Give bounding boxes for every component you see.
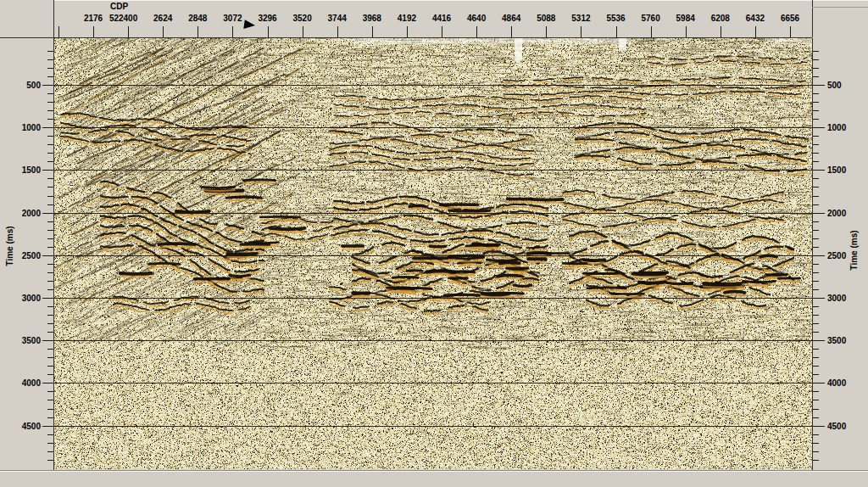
cdp-tick-label: 3744 — [328, 14, 347, 23]
time-major-tick — [813, 127, 825, 128]
time-tick-label: 4000 — [827, 378, 846, 388]
cdp-tick — [128, 26, 129, 37]
time-minor-tick — [813, 409, 819, 410]
cdp-tick — [407, 26, 408, 37]
time-minor-tick — [47, 409, 53, 410]
time-minor-tick — [813, 315, 819, 316]
cdp-tick — [198, 26, 198, 37]
cdp-cursor-arrow-icon[interactable] — [243, 20, 255, 31]
time-tick-label: 3500 — [827, 336, 846, 345]
time-minor-tick — [813, 136, 819, 137]
time-tick-label: 2500 — [1, 251, 41, 260]
cdp-tick — [232, 26, 233, 37]
time-minor-tick — [813, 349, 819, 350]
time-minor-tick — [47, 119, 53, 120]
time-major-tick — [42, 426, 53, 427]
time-minor-tick — [813, 153, 819, 154]
time-minor-tick — [813, 264, 819, 265]
time-tick-label: 1000 — [827, 123, 846, 132]
time-tick-label: 3000 — [1, 294, 41, 303]
time-minor-tick — [47, 315, 53, 316]
time-minor-tick — [47, 59, 53, 60]
cdp-tick-label: 6656 — [781, 14, 799, 23]
time-major-tick — [42, 127, 53, 128]
time-minor-tick — [813, 238, 819, 239]
time-tick-label: 4500 — [827, 422, 846, 431]
cdp-tick — [268, 26, 269, 37]
time-minor-tick — [813, 400, 819, 400]
right-header-line — [812, 7, 868, 8]
cdp-tick-label: 4416 — [432, 14, 451, 23]
time-minor-tick — [813, 460, 819, 461]
cdp-tick-label: 4864 — [502, 14, 520, 23]
seismic-section-canvas[interactable] — [54, 38, 812, 469]
time-minor-tick — [813, 417, 819, 418]
header-divider — [812, 0, 813, 37]
time-minor-tick — [813, 51, 819, 52]
time-minor-tick — [47, 323, 53, 324]
cdp-tick-label: 5760 — [641, 14, 659, 23]
cdp-tick-label: 2624 — [153, 14, 172, 23]
time-major-tick — [42, 85, 53, 86]
time-minor-tick — [47, 366, 53, 367]
time-minor-tick — [813, 289, 819, 290]
cdp-tick — [442, 26, 442, 37]
time-minor-tick — [47, 230, 53, 231]
time-minor-tick — [813, 102, 819, 103]
time-minor-tick — [813, 196, 819, 197]
time-minor-tick — [813, 144, 819, 145]
time-minor-tick — [47, 332, 53, 333]
time-minor-tick — [47, 102, 53, 103]
time-tick-label: 500 — [1, 81, 41, 90]
time-minor-tick — [47, 281, 53, 282]
cdp-tick-label: 4640 — [467, 14, 486, 23]
time-minor-tick — [813, 59, 819, 60]
time-tick-label: 3000 — [827, 294, 846, 303]
time-major-tick — [42, 383, 53, 383]
time-minor-tick — [813, 306, 819, 307]
time-minor-tick — [47, 434, 53, 435]
time-minor-tick — [813, 272, 819, 273]
time-tick-label: 3500 — [1, 336, 41, 345]
cdp-tick-label: 6208 — [711, 14, 730, 23]
cdp-ruler[interactable]: CDP 52 217624002624284830723296352037443… — [54, 0, 812, 38]
cdp-tick — [755, 26, 756, 37]
cdp-tick — [686, 26, 687, 37]
cdp-tick-label: 5984 — [676, 14, 695, 23]
time-tick-label: 2000 — [827, 209, 846, 218]
time-tick-label: 1500 — [1, 165, 41, 175]
time-tick-label: 4000 — [1, 378, 41, 388]
time-major-tick — [42, 213, 53, 214]
time-minor-tick — [47, 443, 53, 444]
time-minor-tick — [813, 230, 819, 231]
cdp-tick — [337, 26, 338, 37]
time-minor-tick — [813, 178, 819, 179]
time-tick-label: 500 — [827, 81, 842, 90]
time-minor-tick — [47, 144, 53, 145]
time-minor-tick — [47, 204, 53, 205]
time-minor-tick — [813, 357, 819, 358]
time-minor-tick — [47, 221, 53, 222]
time-minor-tick — [813, 221, 819, 222]
cdp-tick-label: 4192 — [398, 14, 416, 23]
time-minor-tick — [47, 306, 53, 307]
time-major-tick — [813, 340, 825, 341]
cdp-tick — [511, 26, 512, 37]
cdp-tick-label: 2176 — [84, 14, 103, 23]
time-minor-tick — [813, 391, 819, 392]
time-minor-tick — [47, 76, 53, 77]
time-major-tick — [813, 383, 825, 383]
time-minor-tick — [813, 434, 819, 435]
time-minor-tick — [47, 460, 53, 461]
cdp-tick — [93, 26, 94, 37]
time-minor-tick — [47, 400, 53, 400]
time-minor-tick — [47, 349, 53, 350]
time-minor-tick — [813, 332, 819, 333]
cdp-axis-title: CDP — [110, 2, 128, 11]
cdp-tick — [790, 26, 791, 37]
time-major-tick — [813, 170, 825, 171]
time-minor-tick — [47, 136, 53, 137]
cdp-tick — [303, 26, 303, 37]
time-major-tick — [813, 255, 825, 256]
cdp-tick-label: 3520 — [292, 14, 311, 23]
